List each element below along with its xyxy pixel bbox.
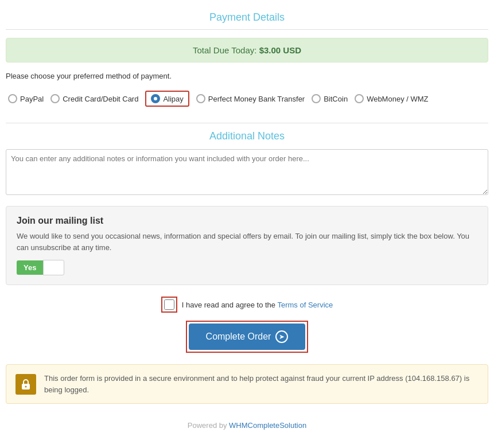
complete-order-label: Complete Order <box>206 332 271 342</box>
bitcoin-label: BitCoin <box>324 95 348 103</box>
terms-row: I have read and agree to the Terms of Se… <box>6 297 488 313</box>
perfect-money-label: Perfect Money Bank Transfer <box>208 95 305 103</box>
powered-by-prefix: Powered by <box>188 421 229 430</box>
mailing-list-desc: We would like to send you occasional new… <box>17 231 477 253</box>
svg-point-1 <box>25 385 27 387</box>
total-due-amount: $3.00 USD <box>259 45 301 55</box>
radio-credit-card <box>50 94 60 103</box>
alipay-label: Alipay <box>163 95 183 103</box>
tos-text: I have read and agree to the Terms of Se… <box>182 301 333 309</box>
tos-prefix: I have read and agree to the <box>182 301 278 309</box>
payment-details-title: Payment Details <box>6 11 488 30</box>
radio-perfect-money <box>196 94 205 103</box>
radio-bitcoin <box>312 94 321 103</box>
payment-method-perfect-money[interactable]: Perfect Money Bank Transfer <box>196 94 305 103</box>
tos-checkbox-wrapper <box>161 297 177 313</box>
secure-notice-text: This order form is provided in a secure … <box>44 373 479 395</box>
additional-notes-title: Additional Notes <box>6 123 488 142</box>
payment-method-paypal[interactable]: PayPal <box>8 94 44 103</box>
radio-alipay <box>151 94 160 103</box>
payment-choose-label: Please choose your preferred method of p… <box>6 72 488 80</box>
toggle-yes-button[interactable]: Yes <box>17 260 43 275</box>
lock-icon <box>15 374 36 395</box>
payment-method-credit-card[interactable]: Credit Card/Debit Card <box>50 94 138 103</box>
toggle-no-button[interactable] <box>43 260 64 275</box>
payment-methods-list: PayPal Credit Card/Debit Card Alipay Per… <box>6 86 488 111</box>
total-due-label: Total Due Today: <box>193 45 256 55</box>
complete-order-btn-outer: Complete Order ➤ <box>186 321 309 353</box>
arrow-circle-icon: ➤ <box>275 330 288 343</box>
payment-method-alipay[interactable]: Alipay <box>145 91 189 107</box>
powered-by-link[interactable]: WHMCompleteSolution <box>229 421 306 430</box>
webmoney-label: WebMoney / WMZ <box>367 95 428 103</box>
complete-order-wrapper: Complete Order ➤ <box>6 321 488 353</box>
mailing-toggle: Yes <box>17 260 477 275</box>
notes-textarea[interactable] <box>6 149 488 195</box>
powered-by: Powered by WHMCompleteSolution <box>6 415 488 433</box>
mailing-list-title: Join our mailing list <box>17 216 477 226</box>
mailing-list-box: Join our mailing list We would like to s… <box>6 206 488 285</box>
radio-webmoney <box>355 94 364 103</box>
payment-method-bitcoin[interactable]: BitCoin <box>312 94 348 103</box>
payment-method-webmoney[interactable]: WebMoney / WMZ <box>355 94 428 103</box>
radio-paypal <box>8 94 17 103</box>
tos-link[interactable]: Terms of Service <box>277 301 333 309</box>
paypal-label: PayPal <box>20 95 44 103</box>
total-due-box: Total Due Today: $3.00 USD <box>6 38 488 63</box>
complete-order-button[interactable]: Complete Order ➤ <box>189 324 306 350</box>
credit-card-label: Credit Card/Debit Card <box>63 95 138 103</box>
secure-notice: This order form is provided in a secure … <box>6 364 488 404</box>
tos-checkbox[interactable] <box>164 299 174 310</box>
